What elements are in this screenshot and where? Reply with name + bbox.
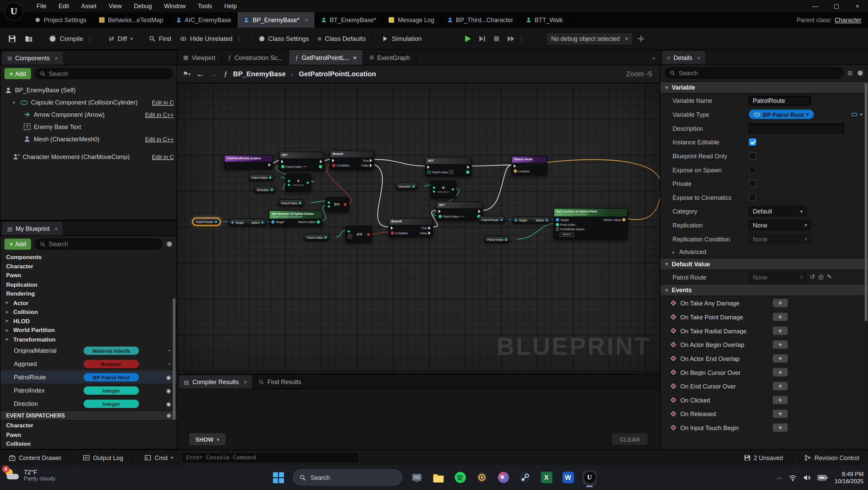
excel-icon[interactable]: X [539,470,553,485]
unreal-logo[interactable]: U [4,2,23,21]
node-get-location-at-spline-point[interactable]: Get Location at Spline PointTarget is Sp… [554,208,628,239]
coordinate-space-dropdown[interactable]: World ▾ [559,232,574,237]
wave-icon[interactable]: ~ [168,347,171,353]
exec-in-pin[interactable] [332,159,349,162]
category-pawn[interactable]: Pawn [1,271,177,280]
content-drawer-button[interactable]: Content Drawer [4,452,66,464]
cmd-dropdown[interactable]: Cmd▾ [140,452,178,464]
expander-icon[interactable]: ▸ [6,318,11,323]
add-event-button[interactable]: + [773,410,788,418]
menu-tools[interactable]: Tools [192,0,218,12]
display-grid-icon[interactable]: ⊞ [847,69,852,77]
node-get-patrol-index-3[interactable]: Patrol Index [303,234,330,241]
reset-icon[interactable]: ↺ [810,273,815,281]
back-arrow-icon[interactable]: ← [196,69,204,79]
browse-button[interactable] [21,31,37,46]
node-multiply[interactable]: ×Add pin ⊕ [431,180,456,198]
node-get-patrol-route-1[interactable]: Patrol Route [193,218,220,225]
node-get-patrol-index-1[interactable]: Patrol Index [248,174,275,181]
value-box[interactable]: 0 [348,234,352,238]
variable-type-dropdown[interactable]: BP Patrol Rout▾ [749,110,814,119]
object-pin[interactable] [546,219,548,221]
node-branch-2[interactable]: Branch Condition True False [389,218,433,236]
hide-unrelated-options-icon[interactable]: ⋮ [236,35,242,43]
category-pawn-2[interactable]: Pawn [1,430,177,439]
tab-message-log[interactable]: Message Log [383,12,441,28]
node-get-direction-2[interactable]: Direction [395,183,418,190]
add-event-button[interactable]: + [773,368,788,376]
target-pin[interactable]: Target [556,218,585,221]
category-collision-2[interactable]: Collision [1,439,177,448]
node-get-spline-2[interactable]: TargetSpline [511,217,551,224]
container-type-icon[interactable] [852,113,858,116]
my-blueprint-search[interactable] [35,239,162,250]
eye-icon[interactable]: ◉ [166,374,171,380]
forward-arrow-icon[interactable]: → [210,69,218,79]
exec-out-pin[interactable] [478,210,481,213]
bookmark-icon[interactable]: ⚑▾ [183,70,190,77]
node-get-patrol-route-2[interactable]: Patrol Route [478,216,506,223]
tab-bp-thirdperson-character[interactable]: BP_Third...Character [441,12,520,28]
menu-file[interactable]: File [31,0,52,12]
variable-row-originalmaterial[interactable]: OriginalMaterialMaterial Interfa~ [1,344,177,357]
category-rendering[interactable]: Rendering [1,289,177,298]
int-pin[interactable] [299,202,301,204]
component-self-row[interactable]: BP_EnemyBase (Self) [5,84,177,96]
word-icon[interactable]: W [561,470,575,485]
show-filter-button[interactable]: SHOW▾ [189,433,225,445]
category-collision[interactable]: ▸Collision [1,307,177,316]
variable-type-pill[interactable]: Integer [83,386,139,394]
replication-condition-dropdown[interactable]: None▾ [749,234,811,244]
object-pin[interactable] [215,221,217,223]
component-row-arrow[interactable]: Arrow Component (Arrow)Edit in C++ [5,109,177,121]
variable-name-input[interactable]: PatrolRoute [749,95,811,105]
expander-icon[interactable]: ▸ [6,337,11,342]
breadcrumb-root[interactable]: BP_EnemyBase [233,70,286,78]
category-hlod[interactable]: ▸HLOD [1,316,177,326]
false-pin[interactable]: False [420,231,431,235]
add-event-button[interactable]: + [773,313,788,321]
node-get-number-of-spline-points[interactable]: Get Number Of Spline PointsTarget is Spl… [269,210,322,226]
close-tab-icon[interactable]: × [305,17,308,23]
tray-chevron-icon[interactable]: ︿ [776,473,783,481]
details-settings-gear-icon[interactable] [857,70,864,77]
find-button[interactable]: Find [145,31,175,46]
target-pin[interactable]: Target [271,220,284,224]
in-pin[interactable] [288,180,290,182]
output-log-button[interactable]: Output Log [79,452,128,464]
add-event-button[interactable]: + [773,382,788,390]
wave-icon[interactable]: ~ [168,361,171,367]
tab-getpatrolpointlocation[interactable]: ƒGetPatrolPointL...× [289,50,363,65]
variable-type-pill[interactable]: BP Patrol Rout [83,373,139,381]
compile-options-icon[interactable]: ⋮ [86,35,93,43]
start-button[interactable] [271,470,286,485]
out-pin[interactable] [452,188,454,191]
unsaved-button[interactable]: 2 Unsaved [739,452,787,464]
node-branch-1[interactable]: Branch Condition True False [330,151,374,169]
add-event-button[interactable]: + [773,299,788,307]
tab-overflow-icon[interactable]: » [648,50,660,65]
close-panel-icon[interactable]: × [54,225,58,232]
diff-button[interactable]: ⇄Diff▾ [105,31,137,46]
add-event-button[interactable]: + [773,396,788,404]
menu-help[interactable]: Help [219,0,242,12]
exec-out-pin[interactable] [467,165,470,169]
edit-in-cpp-link[interactable]: Edit in C [149,153,174,160]
play-options-icon[interactable]: ⋮ [519,35,525,42]
expander-icon[interactable]: ▸ [6,328,11,333]
edit-in-cpp-link[interactable]: Edit in C [149,99,174,106]
spotify-icon[interactable] [453,470,467,485]
location-pin[interactable]: Location [514,169,530,173]
condition-pin[interactable]: Condition [391,231,408,235]
int-pin[interactable] [412,185,415,188]
app-icon-ring[interactable] [474,470,489,485]
private-checkbox[interactable] [749,180,756,187]
components-search[interactable] [35,68,173,79]
blueprint-graph-canvas[interactable]: GetPatrolPointLocation SET Patrol Index … [177,83,660,374]
class-settings-button[interactable]: Class Settings [254,31,313,46]
target-pin[interactable] [232,221,234,223]
in-pin[interactable] [348,230,350,232]
compile-button[interactable]: Compile⋮ [45,31,97,46]
true-pin[interactable]: True [421,226,431,230]
minimize-button[interactable]: — [805,0,826,12]
